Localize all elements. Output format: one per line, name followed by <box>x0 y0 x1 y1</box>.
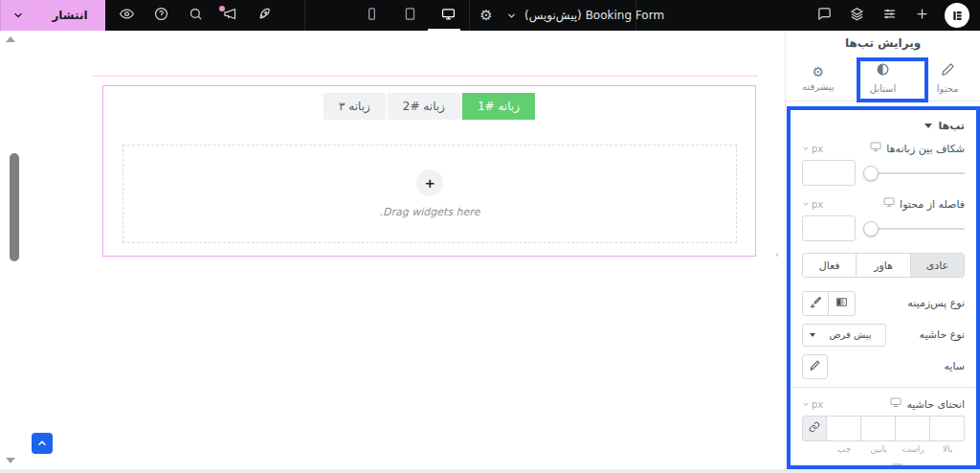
panel-title: ویرایش تب‌ها <box>786 31 980 56</box>
monitor-icon[interactable] <box>883 197 895 211</box>
question-circle-icon <box>154 7 168 25</box>
control-shadow: سایه <box>802 353 965 379</box>
control-border-type: نوع حاشیه پیش فرض <box>802 322 965 348</box>
panel-collapse-handle[interactable]: ‹ <box>771 243 783 264</box>
border-radius-right-input[interactable] <box>896 416 930 441</box>
distance-slider[interactable] <box>863 221 965 236</box>
active-device-underline <box>428 29 460 31</box>
distance-value-input[interactable] <box>802 215 856 241</box>
shadow-edit-button[interactable] <box>802 354 828 379</box>
gap-unit-selector[interactable]: px <box>802 144 823 154</box>
desktop-view-button[interactable] <box>429 0 467 31</box>
finder-button[interactable] <box>178 0 212 31</box>
link-values-button[interactable] <box>802 416 827 441</box>
gap-slider[interactable] <box>863 166 965 181</box>
background-gradient-button[interactable] <box>829 292 855 315</box>
notification-dot <box>219 6 225 11</box>
border-type-select[interactable]: پیش فرض <box>802 324 886 347</box>
unit-label: px <box>812 199 823 210</box>
unit-label: px <box>812 144 823 154</box>
dim-label-top: بالا <box>930 444 965 454</box>
widget-drop-area[interactable]: ＋ Drag widgets here. <box>122 145 737 243</box>
layers-icon <box>850 7 864 25</box>
chevron-down-icon <box>802 399 810 410</box>
slider-handle[interactable] <box>863 166 879 181</box>
topbar-right-tools <box>808 0 976 31</box>
background-type-label: نوع پس‌زمینه <box>907 297 965 309</box>
section-tabs-header[interactable]: تب‌ها <box>802 120 965 132</box>
dim-label-left: چپ <box>827 444 861 454</box>
settings-panel: ویرایش تب‌ها محتوا استایل ⚙ پیشرفته تب‌ه… <box>785 31 980 469</box>
document-switcher: ⚙ Booking Form (پیش‌نویس) <box>471 0 672 31</box>
monitor-icon[interactable] <box>870 142 881 155</box>
panel-tab-bar: محتوا استایل ⚙ پیشرفته <box>786 56 980 101</box>
widget-tab-3[interactable]: زبانه ۳ <box>323 93 386 120</box>
document-title[interactable]: Booking Form (پیش‌نویس) <box>521 9 672 22</box>
topbar-divider <box>635 0 636 31</box>
tabs-widget[interactable]: زبانه #1 زبانه #2 زبانه ۳ ＋ Drag widgets… <box>102 85 756 257</box>
add-new-button[interactable] <box>905 0 938 31</box>
whats-new-button[interactable] <box>212 0 247 31</box>
publish-options-button[interactable] <box>0 0 34 31</box>
pencil-icon <box>941 62 955 80</box>
state-active[interactable]: فعال <box>803 254 856 277</box>
drop-hint-text: Drag widgets here. <box>380 206 480 218</box>
structure-button[interactable] <box>840 0 873 31</box>
contrast-icon <box>876 62 890 80</box>
border-radius-top-input[interactable] <box>930 416 965 441</box>
panel-content: تب‌ها شکاف بین زبانه‌ها px <box>791 110 976 469</box>
notes-button[interactable] <box>808 0 840 31</box>
control-border-radius: انحنای حاشیه px <box>802 397 965 411</box>
pencil-icon <box>809 359 821 374</box>
border-radius-left-input[interactable] <box>827 416 861 441</box>
tab-style[interactable]: استایل <box>851 56 916 101</box>
tab-advanced[interactable]: ⚙ پیشرفته <box>786 56 851 101</box>
widget-tab-2[interactable]: زبانه #2 <box>388 93 460 120</box>
border-type-value: پیش فرض <box>815 329 885 340</box>
gear-icon: ⚙ <box>813 65 825 79</box>
border-radius-unit-selector[interactable]: px <box>802 399 823 410</box>
state-normal[interactable]: عادی <box>910 254 964 277</box>
distance-label: فاصله از محتوا <box>900 198 965 211</box>
border-radius-sublabels: بالا راست پایین چپ <box>802 444 965 454</box>
preview-button[interactable] <box>109 0 144 31</box>
state-hover[interactable]: هاور <box>856 254 909 277</box>
site-settings-button[interactable] <box>873 0 905 31</box>
chevron-down-icon <box>802 144 810 154</box>
gap-slider-row <box>802 160 965 186</box>
eye-icon <box>120 7 134 25</box>
gap-value-input[interactable] <box>802 160 856 186</box>
elementor-menu-button[interactable] <box>938 0 976 31</box>
gap-label: شکاف بین زبانه‌ها <box>886 143 965 155</box>
monitor-icon[interactable] <box>890 397 902 411</box>
mobile-view-button[interactable] <box>352 0 390 31</box>
tablet-view-button[interactable] <box>390 0 429 31</box>
slider-handle[interactable] <box>863 221 879 236</box>
caret-down-icon <box>810 333 815 337</box>
editor-canvas: زبانه #1 زبانه #2 زبانه ۳ ＋ Drag widgets… <box>0 31 785 469</box>
help-button[interactable] <box>144 0 178 31</box>
responsive-switcher <box>352 0 467 31</box>
plus-icon <box>915 7 929 25</box>
add-widget-button[interactable]: ＋ <box>416 169 443 196</box>
border-type-label: نوع حاشیه <box>920 328 965 341</box>
search-icon <box>189 7 203 25</box>
shadow-label: سایه <box>944 360 965 372</box>
editor-topbar: انتشار ⚙ <box>0 0 980 31</box>
publish-button[interactable]: انتشار <box>34 0 105 31</box>
border-radius-bottom-input[interactable] <box>861 416 896 441</box>
scroll-to-top-button[interactable] <box>32 433 53 454</box>
page-settings-button[interactable]: ⚙ <box>471 0 501 31</box>
document-dropdown-button[interactable] <box>501 0 521 31</box>
control-gap: شکاف بین زبانه‌ها px <box>802 142 965 155</box>
control-background-type: نوع پس‌زمینه <box>802 290 965 316</box>
scrollbar-up-arrow[interactable] <box>6 36 15 42</box>
widget-tab-1[interactable]: زبانه #1 <box>462 93 535 120</box>
background-classic-button[interactable] <box>803 292 829 315</box>
upgrade-button[interactable] <box>247 0 281 31</box>
distance-unit-selector[interactable]: px <box>802 199 823 210</box>
distance-slider-row <box>802 215 965 241</box>
tab-content[interactable]: محتوا <box>915 56 980 101</box>
canvas-scrollbar[interactable] <box>10 153 19 261</box>
scrollbar-down-arrow[interactable] <box>6 458 15 463</box>
